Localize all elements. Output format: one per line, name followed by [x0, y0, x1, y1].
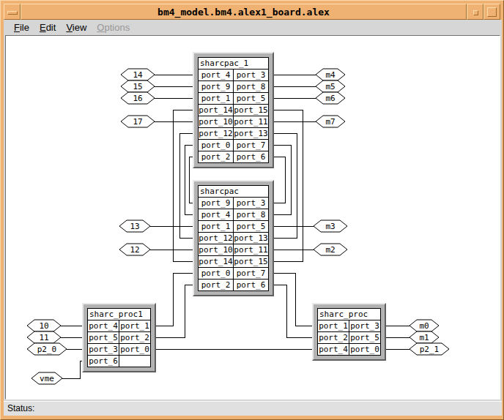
- port-cell[interactable]: port_1: [199, 221, 234, 233]
- net-connector-p2_0[interactable]: p2_0: [27, 343, 67, 355]
- net-connector-label: 13: [130, 222, 139, 231]
- port-cell[interactable]: port_4: [199, 209, 234, 221]
- wire: [155, 273, 193, 326]
- port-cell[interactable]: port_15: [234, 105, 269, 116]
- port-cell[interactable]: port_14: [199, 105, 234, 116]
- block-sharcpac_1[interactable]: sharcpac_1port_4port_3port_9port_8port_1…: [193, 52, 274, 168]
- net-connector-m0[interactable]: m0: [410, 320, 439, 331]
- port-cell[interactable]: port_3: [88, 344, 119, 356]
- net-connector-label: 11: [39, 333, 48, 342]
- title-drag-area[interactable]: bm4_model.bm4.alex1_board.alex: [21, 4, 467, 20]
- window-menu-button[interactable]: [4, 4, 21, 20]
- port-cell[interactable]: port_2: [199, 280, 234, 291]
- net-connector-10[interactable]: 10: [27, 320, 61, 331]
- menu-edit[interactable]: Edit: [40, 22, 56, 33]
- net-connector-label: m6: [325, 94, 335, 103]
- port-cell[interactable]: port_2: [318, 332, 349, 344]
- net-connector-label: 12: [130, 245, 139, 255]
- net-connector-label: 15: [133, 82, 142, 91]
- net-connector-m7[interactable]: m7: [316, 116, 345, 127]
- net-connector-m5[interactable]: m5: [316, 80, 345, 92]
- menu-view[interactable]: View: [66, 22, 86, 33]
- net-connector-11[interactable]: 11: [27, 331, 61, 343]
- port-cell[interactable]: port_4: [318, 344, 349, 356]
- port-cell[interactable]: port_2: [199, 151, 234, 163]
- port-cell[interactable]: port_1: [318, 320, 349, 332]
- port-cell[interactable]: port_5: [234, 221, 269, 233]
- wire: [173, 110, 193, 261]
- net-connector-label: m1: [419, 333, 429, 342]
- net-connector-m1[interactable]: m1: [410, 331, 439, 343]
- menu-file[interactable]: File: [14, 22, 29, 33]
- port-cell[interactable]: port_4: [88, 320, 119, 332]
- port-cell[interactable]: port_1: [199, 93, 234, 105]
- net-connector-label: p2_0: [37, 345, 57, 354]
- net-connector-m4[interactable]: m4: [316, 69, 345, 80]
- wire: [274, 157, 285, 203]
- port-cell[interactable]: port_5: [234, 93, 269, 105]
- block-sharc_proc1[interactable]: sharc_proc1port_4port_1port_5port_2port_…: [82, 303, 156, 372]
- port-cell[interactable]: port_12: [199, 233, 234, 244]
- maximize-button[interactable]: [483, 4, 500, 20]
- port-cell[interactable]: port_8: [234, 81, 269, 93]
- block-title[interactable]: sharc_proc: [318, 309, 381, 320]
- net-connector-14[interactable]: 14: [121, 69, 155, 80]
- net-connector-m2[interactable]: m2: [314, 244, 347, 255]
- port-cell[interactable]: port_1: [119, 320, 151, 332]
- port-cell[interactable]: port_9: [199, 198, 234, 209]
- net-connector-16[interactable]: 16: [121, 92, 155, 104]
- port-cell[interactable]: port_0: [349, 344, 381, 356]
- port-cell[interactable]: port_6: [234, 280, 269, 291]
- port-cell[interactable]: port_10: [199, 244, 234, 256]
- net-connector-label: 16: [133, 94, 142, 103]
- port-cell[interactable]: port_2: [119, 332, 151, 344]
- minimize-icon: [473, 10, 478, 15]
- window-frame: bm4_model.bm4.alex1_board.alex FileEditV…: [0, 0, 504, 420]
- port-cell[interactable]: port_10: [199, 116, 234, 128]
- menu-bar: FileEditViewOptions: [4, 20, 502, 35]
- port-cell[interactable]: port_5: [88, 332, 119, 344]
- net-connector-m6[interactable]: m6: [316, 92, 345, 104]
- net-connector-12[interactable]: 12: [119, 244, 150, 255]
- port-cell[interactable]: port_4: [199, 70, 234, 81]
- net-connector-label: m3: [325, 222, 335, 231]
- port-cell[interactable]: port_9: [199, 81, 234, 93]
- wire: [62, 361, 82, 378]
- net-connector-label: p2_1: [420, 345, 440, 354]
- port-cell[interactable]: port_6: [88, 356, 119, 367]
- port-cell[interactable]: port_15: [234, 256, 269, 268]
- port-cell[interactable]: port_3: [234, 198, 269, 209]
- port-cell[interactable]: port_5: [349, 332, 381, 344]
- block-sharcpac[interactable]: sharcpacport_9port_3port_4port_8port_1po…: [193, 180, 274, 296]
- net-connector-15[interactable]: 15: [121, 80, 155, 92]
- port-cell[interactable]: port_0: [199, 140, 234, 151]
- port-cell[interactable]: port_6: [234, 151, 269, 163]
- menu-options: Options: [97, 22, 130, 33]
- minimize-button[interactable]: [467, 4, 483, 20]
- port-cell[interactable]: port_13: [234, 233, 269, 244]
- port-cell[interactable]: port_11: [234, 116, 269, 128]
- port-cell[interactable]: port_8: [234, 209, 269, 221]
- net-connector-m3[interactable]: m3: [314, 220, 347, 232]
- port-cell[interactable]: port_0: [199, 268, 234, 280]
- port-cell[interactable]: port_14: [199, 256, 234, 268]
- net-connector-p2_1[interactable]: p2_1: [410, 343, 449, 355]
- port-cell[interactable]: port_0: [119, 344, 151, 356]
- block-title[interactable]: sharcpac: [199, 186, 269, 198]
- port-cell[interactable]: [119, 356, 151, 367]
- port-cell[interactable]: port_12: [199, 128, 234, 140]
- port-cell[interactable]: port_3: [234, 70, 269, 81]
- block-sharc_proc[interactable]: sharc_procport_1port_3port_2port_5port_4…: [312, 303, 386, 361]
- schematic-canvas[interactable]: 14151617m4m5m6m71312m3m21011p2_0vmem0m1p…: [5, 35, 500, 400]
- block-title[interactable]: sharc_proc1: [88, 309, 151, 320]
- port-cell[interactable]: port_11: [234, 244, 269, 256]
- net-connector-17[interactable]: 17: [121, 116, 155, 127]
- port-cell[interactable]: port_3: [349, 320, 381, 332]
- port-cell[interactable]: port_7: [234, 268, 269, 280]
- port-cell[interactable]: port_7: [234, 140, 269, 151]
- block-title[interactable]: sharcpac_1: [199, 58, 269, 70]
- port-cell[interactable]: port_13: [234, 128, 269, 140]
- net-connector-vme[interactable]: vme: [32, 372, 62, 384]
- wire: [274, 285, 312, 337]
- net-connector-13[interactable]: 13: [119, 220, 150, 232]
